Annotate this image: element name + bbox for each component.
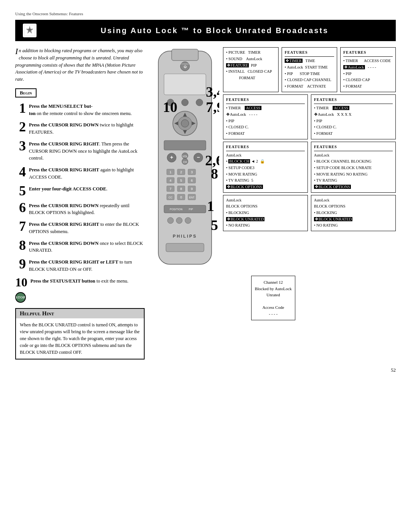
step-text-10: Press the STATUS/EXIT button to exit the… <box>30 276 128 285</box>
s1b-item4: • CLOSED CAP CHANNEL <box>285 77 334 83</box>
svg-text:8: 8 <box>180 187 182 191</box>
svg-point-13 <box>181 120 189 127</box>
steps-list: 1 Press the MENU/SELECT but-ton on the r… <box>15 101 145 288</box>
screen-row-1: • PICTURE TIMER • SOUND AutoLock ❖FEATUR… <box>223 47 396 92</box>
step-text-9: Press the CURSOR RING RIGHT or LEFT to t… <box>29 257 145 273</box>
s1a-item3: ❖FEATURE PIP <box>226 62 276 69</box>
s2a-item3: • PIP <box>226 118 305 125</box>
svg-text:CC: CC <box>169 196 172 199</box>
screen-3b: Features AutoLock • BLOCK CHANNEL BLOCKI… <box>311 142 396 193</box>
step-9: 9 Press the CURSOR RING RIGHT or LEFT to… <box>15 257 145 273</box>
step-7: 7 Press the CURSOR RING RIGHT to enter t… <box>15 219 145 235</box>
s4b-item1: • BLOCKING <box>314 210 393 216</box>
left-column: I n addition to blocking rated programs … <box>15 47 145 359</box>
step-number-3: 3 <box>15 139 26 153</box>
hint-line4 <box>255 298 292 305</box>
step-number-7: 7 <box>15 219 26 233</box>
s3a-item3: • MOVIE RATING <box>226 171 305 178</box>
svg-text:3,4,: 3,4, <box>206 84 219 100</box>
svg-text:4: 4 <box>169 179 171 182</box>
step-text-6: Press the CURSOR RING DOWN repeatedly un… <box>29 201 145 217</box>
s2a-item5: • FORMAT <box>226 131 305 137</box>
remote-and-screens: ⏻ POWER <box>151 47 396 270</box>
svg-point-56 <box>185 217 191 224</box>
hint-line3: Unrated <box>255 292 292 298</box>
hint-line1: Channel 12 <box>255 279 292 286</box>
page-header: Using the Onscreen Submenus: Features <box>15 11 396 16</box>
s3b-subtitle: AutoLock <box>314 152 393 158</box>
step-1: 1 Press the MENU/SELECT but-ton on the r… <box>15 101 145 117</box>
s4a-item2: ❖BLOCK UNRATED <box>226 216 305 223</box>
s1a-item4: • INSTALL CLOSED CAP <box>226 69 276 75</box>
svg-text:POSITION: POSITION <box>170 208 182 211</box>
step-number-8: 8 <box>15 238 26 252</box>
s2b-item2: ❖AutoLock X X X X <box>314 112 393 118</box>
svg-rect-7 <box>164 74 206 95</box>
s2a-item4: • CLOSED C. <box>226 124 305 131</box>
step-number-4: 4 <box>15 165 26 179</box>
svg-point-54 <box>167 217 174 224</box>
s2a-item1: • TIMER ACCESS <box>226 105 305 112</box>
step-text-8: Press the CURSOR RING DOWN once to selec… <box>29 238 145 254</box>
step-text-4: Press the CURSOR RING RIGHT again to hig… <box>29 165 145 181</box>
s4a-subtitle: BLOCK OPTIONS <box>226 203 305 210</box>
svg-text:−: − <box>197 154 200 160</box>
s2b-item1: • TIMER ACCESS <box>314 105 393 112</box>
screen-4b: AutoLock BLOCK OPTIONS • BLOCKING ❖BLOCK… <box>311 195 396 231</box>
svg-point-55 <box>176 217 182 224</box>
svg-rect-3 <box>172 49 198 61</box>
s3a-item1: • BLOCK CH ◄ 2 🔒 <box>226 158 305 165</box>
screen-1c: Features • TIMER ACCESS CODE ❖AutoLock -… <box>340 47 396 92</box>
step-2: 2 Press the CURSOR RING DOWN twice to hi… <box>15 120 145 136</box>
s3b-title: Features <box>314 144 393 151</box>
screen-4a: AutoLock BLOCK OPTIONS • BLOCKING ❖BLOCK… <box>223 195 308 231</box>
svg-text:PHILIPS: PHILIPS <box>173 234 197 238</box>
s2a-item2: ❖AutoLock - - - - <box>226 112 305 118</box>
s2b-title: Features <box>314 97 393 104</box>
svg-text:8: 8 <box>211 166 218 182</box>
screen-1b: Features ❖TIMER TIME • AutoLock START TI… <box>282 47 337 92</box>
s4b-item3: • NO RATING <box>314 222 393 229</box>
svg-text:⏻: ⏻ <box>183 65 187 69</box>
svg-text:POWER: POWER <box>181 63 190 65</box>
main-content: I n addition to blocking rated programs … <box>15 47 396 359</box>
s1a-item5: FORMAT <box>226 75 276 81</box>
s3a-item4: • TV RATING 5 <box>226 177 305 184</box>
s1c-item3: • PIP <box>343 71 393 77</box>
remote-container: ⏻ POWER <box>151 47 219 270</box>
svg-text:VOL: VOL <box>182 155 188 158</box>
hint-line6: - - - - <box>255 311 292 317</box>
screen-row-2: Features • TIMER ACCESS ❖AutoLock - - - … <box>223 94 396 139</box>
svg-text:6: 6 <box>191 179 193 182</box>
s1b-item5: • FORMAT ACTIVATE <box>285 83 334 90</box>
helpful-hint-box: Helpful Hint When the BLOCK UNRATED cont… <box>15 308 145 359</box>
s3b-item5: ❖BLOCK OPTIONS <box>314 184 393 190</box>
logo-area <box>23 24 37 37</box>
svg-text:10: 10 <box>163 99 177 115</box>
title-bar: Using Auto Lock ™ to Block Unrated Broad… <box>15 20 396 41</box>
step-text-7: Press the CURSOR RING RIGHT to enter the… <box>29 219 145 235</box>
page-title: Using Auto Lock ™ to Block Unrated Broad… <box>41 26 388 35</box>
s1a-item1: • PICTURE TIMER <box>226 50 276 56</box>
s1b-item2: • AutoLock START TIME <box>285 64 334 71</box>
step-number-5: 5 <box>15 184 26 198</box>
step-number-9: 9 <box>15 257 26 271</box>
s1b-item1: ❖TIMER TIME <box>285 58 334 64</box>
svg-text:+: + <box>170 154 173 160</box>
svg-point-1 <box>29 29 31 31</box>
step-4: 4 Press the CURSOR RING RIGHT again to h… <box>15 165 145 181</box>
svg-point-10 <box>196 99 203 106</box>
s3b-item2: • SETUP CODE BLOCK UNRATE <box>314 165 393 171</box>
svg-text:1: 1 <box>169 170 171 174</box>
step-8: 8 Press the CURSOR RING DOWN once to sel… <box>15 238 145 254</box>
s4b-item2: ❖BLOCK UNRATED <box>314 216 393 223</box>
s3a-subtitle: AutoLock <box>226 152 305 158</box>
step-text-2: Press the CURSOR RING DOWN twice to high… <box>29 120 145 136</box>
screen-row-4: AutoLock BLOCK OPTIONS • BLOCKING ❖BLOCK… <box>223 195 396 231</box>
step-5: 5 Enter your four-digit ACCESS CODE. <box>15 184 145 198</box>
right-column: ⏻ POWER <box>151 47 396 359</box>
s4a-item3: • NO RATING <box>226 222 305 229</box>
s3a-item2: • SETUP CODE3 <box>226 165 305 171</box>
screen-row-3: Features AutoLock • BLOCK CH ◄ 2 🔒 • SET… <box>223 142 396 193</box>
svg-text:1: 1 <box>207 198 214 214</box>
